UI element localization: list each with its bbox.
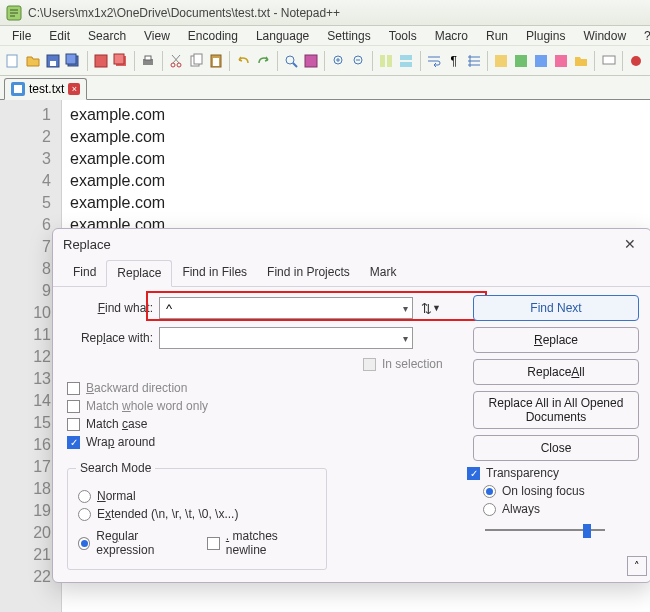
- transparency-slider[interactable]: [485, 522, 605, 538]
- open-file-icon[interactable]: [24, 50, 43, 72]
- mode-extended-radio[interactable]: Extended (\n, \r, \t, \0, \x...): [78, 507, 316, 521]
- close-all-icon[interactable]: [111, 50, 130, 72]
- sync-v-icon[interactable]: [377, 50, 396, 72]
- separator: [162, 51, 163, 71]
- menu-help[interactable]: ?: [636, 27, 650, 45]
- toolbar: ¶: [0, 46, 650, 76]
- menu-edit[interactable]: Edit: [41, 27, 78, 45]
- button-column: Find Next Replace Replace All Replace Al…: [473, 295, 639, 461]
- print-icon[interactable]: [139, 50, 158, 72]
- menu-file[interactable]: File: [4, 27, 39, 45]
- svg-rect-14: [194, 54, 202, 64]
- menu-encoding[interactable]: Encoding: [180, 27, 246, 45]
- svg-rect-18: [305, 55, 317, 67]
- menu-bar: File Edit Search View Encoding Language …: [0, 26, 650, 46]
- svg-rect-21: [380, 55, 385, 67]
- svg-rect-22: [387, 55, 392, 67]
- svg-point-17: [286, 56, 294, 64]
- language-icon[interactable]: [492, 50, 511, 72]
- menu-window[interactable]: Window: [575, 27, 634, 45]
- menu-run[interactable]: Run: [478, 27, 516, 45]
- svg-rect-6: [95, 55, 107, 67]
- dialog-title: Replace: [63, 237, 111, 252]
- dialog-body: Find what: ^ ▾ ⇅▼ Replace with: ▾ In sel…: [53, 287, 650, 580]
- svg-rect-10: [145, 56, 151, 60]
- mode-normal-radio[interactable]: Normal: [78, 489, 316, 503]
- replace-all-button[interactable]: Replace All: [473, 359, 639, 385]
- app-icon: [6, 5, 22, 21]
- replace-icon[interactable]: [302, 50, 321, 72]
- svg-rect-23: [400, 55, 412, 60]
- zoom-out-icon[interactable]: [349, 50, 368, 72]
- indent-guide-icon[interactable]: [464, 50, 483, 72]
- find-what-input[interactable]: ^ ▾: [159, 297, 413, 319]
- find-what-value: ^: [166, 301, 172, 316]
- doc-list-icon[interactable]: [532, 50, 551, 72]
- separator: [594, 51, 595, 71]
- find-what-label: Find what:: [67, 301, 159, 315]
- func-list-icon[interactable]: [552, 50, 571, 72]
- tab-find-in-projects[interactable]: Find in Projects: [257, 260, 360, 287]
- zoom-in-icon[interactable]: [329, 50, 348, 72]
- monitor-icon[interactable]: [599, 50, 618, 72]
- tab-label: test.txt: [29, 82, 64, 96]
- matches-newline-checkbox[interactable]: . matches newline: [207, 529, 316, 557]
- replace-all-docs-button[interactable]: Replace All in All Opened Documents: [473, 391, 639, 429]
- word-wrap-icon[interactable]: [425, 50, 444, 72]
- redo-icon[interactable]: [254, 50, 273, 72]
- menu-tools[interactable]: Tools: [381, 27, 425, 45]
- search-mode-group: Search Mode Normal Extended (\n, \r, \t,…: [67, 468, 327, 570]
- tab-find[interactable]: Find: [63, 260, 106, 287]
- cut-icon[interactable]: [167, 50, 186, 72]
- find-icon[interactable]: [282, 50, 301, 72]
- transparency-group: ✓Transparency On losing focus Always: [467, 462, 639, 538]
- on-losing-focus-radio[interactable]: On losing focus: [483, 484, 639, 498]
- copy-icon[interactable]: [187, 50, 206, 72]
- show-all-chars-icon[interactable]: ¶: [444, 50, 463, 72]
- separator: [134, 51, 135, 71]
- separator: [229, 51, 230, 71]
- replace-button[interactable]: Replace: [473, 327, 639, 353]
- sync-h-icon[interactable]: [397, 50, 416, 72]
- menu-search[interactable]: Search: [80, 27, 134, 45]
- separator: [487, 51, 488, 71]
- tab-find-in-files[interactable]: Find in Files: [172, 260, 257, 287]
- swap-button[interactable]: ⇅▼: [421, 302, 441, 315]
- menu-view[interactable]: View: [136, 27, 178, 45]
- chevron-down-icon[interactable]: ▾: [403, 303, 408, 314]
- always-radio[interactable]: Always: [483, 502, 639, 516]
- new-file-icon[interactable]: [4, 50, 23, 72]
- separator: [324, 51, 325, 71]
- doc-map-icon[interactable]: [512, 50, 531, 72]
- close-button[interactable]: Close: [473, 435, 639, 461]
- collapse-button[interactable]: ˄: [627, 556, 647, 576]
- svg-rect-3: [50, 61, 56, 66]
- dialog-title-bar[interactable]: Replace ✕: [53, 229, 650, 259]
- transparency-checkbox[interactable]: ✓Transparency: [467, 466, 639, 480]
- tab-close-icon[interactable]: ×: [68, 83, 80, 95]
- save-icon[interactable]: [44, 50, 63, 72]
- save-all-icon[interactable]: [64, 50, 83, 72]
- folder-icon[interactable]: [571, 50, 590, 72]
- tab-mark[interactable]: Mark: [360, 260, 407, 287]
- svg-rect-16: [213, 58, 219, 66]
- separator: [87, 51, 88, 71]
- tab-replace[interactable]: Replace: [106, 260, 172, 287]
- mode-regex-radio[interactable]: Regular expression: [78, 529, 193, 557]
- file-tab[interactable]: test.txt ×: [4, 78, 87, 100]
- menu-language[interactable]: Language: [248, 27, 317, 45]
- chevron-down-icon[interactable]: ▾: [403, 333, 408, 344]
- replace-with-input[interactable]: ▾: [159, 327, 413, 349]
- svg-rect-5: [66, 54, 76, 64]
- paste-icon[interactable]: [206, 50, 225, 72]
- menu-plugins[interactable]: Plugins: [518, 27, 573, 45]
- record-macro-icon[interactable]: [627, 50, 646, 72]
- menu-settings[interactable]: Settings: [319, 27, 378, 45]
- undo-icon[interactable]: [234, 50, 253, 72]
- separator: [277, 51, 278, 71]
- find-next-button[interactable]: Find Next: [473, 295, 639, 321]
- menu-macro[interactable]: Macro: [427, 27, 476, 45]
- window-title: C:\Users\mx1x2\OneDrive\Documents\test.t…: [28, 6, 340, 20]
- dialog-close-button[interactable]: ✕: [619, 233, 641, 255]
- close-icon[interactable]: [91, 50, 110, 72]
